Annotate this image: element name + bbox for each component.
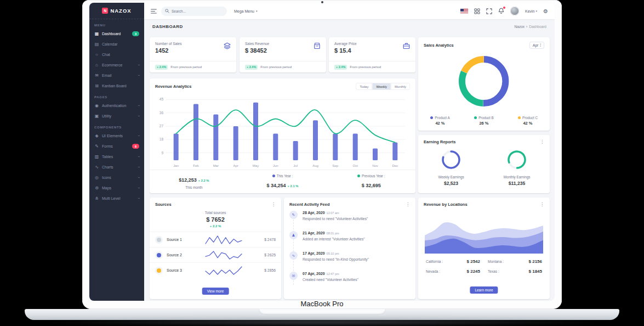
maps-icon: ⊚ xyxy=(94,186,99,190)
stat-delta-badge: + 2.4% xyxy=(334,65,347,70)
email-icon: ✉ xyxy=(94,73,99,78)
kebab-menu-icon[interactable]: ⋮ xyxy=(406,203,410,207)
notification-dot xyxy=(503,7,505,9)
card-title: Revenue Analytics xyxy=(155,84,191,89)
stat-label: Sales Revenue xyxy=(245,42,321,46)
search-placeholder: Search... xyxy=(172,9,186,13)
svg-text:Dec: Dec xyxy=(392,164,398,167)
kebab-menu-icon[interactable]: ⋮ xyxy=(540,140,544,144)
tab-weekly[interactable]: Weekly xyxy=(372,83,391,90)
macbook-mockup: N NAZOX MENU ▦ Dashboard 3 ▤ Calendar ○ … xyxy=(0,0,644,326)
sidebar-item-chat[interactable]: ○ Chat xyxy=(89,49,144,60)
card-title: Sales Analytics xyxy=(424,43,454,48)
apps-grid-icon[interactable] xyxy=(474,8,480,14)
stat-delta-badge: + 2.4% xyxy=(245,65,258,70)
earning-label: Monthly Earnings xyxy=(504,175,531,179)
this-year-label: This Year : xyxy=(277,174,293,178)
activity-timeline: ✎ 28 Apr, 202012:07 am Responded to need… xyxy=(284,209,415,284)
source-1-icon xyxy=(155,236,163,244)
activity-date: 28 Apr, 2020 xyxy=(303,211,325,215)
tab-today[interactable]: Today xyxy=(356,83,372,90)
sidebar-item-authentication[interactable]: ◉ Authentication › xyxy=(89,100,144,111)
sidebar-item-label: Ecommerce xyxy=(102,63,122,67)
svg-text:Sep: Sep xyxy=(332,164,338,167)
mega-menu-button[interactable]: Mega Menu ▾ xyxy=(234,9,257,13)
sidebar-item-label: Email xyxy=(102,74,112,77)
sidebar-item-forms[interactable]: ✎ Forms 8 xyxy=(89,141,144,151)
source-1-sparkline xyxy=(189,234,258,245)
sidebar-item-maps[interactable]: ⊚ Maps › xyxy=(89,183,144,193)
forms-badge: 8 xyxy=(132,144,139,149)
language-flag-icon[interactable] xyxy=(460,9,468,14)
notifications-bell-icon[interactable] xyxy=(498,8,504,14)
sidebar-item-label: UI Elements xyxy=(102,134,123,138)
this-year-value: $ 34,254 xyxy=(267,183,286,188)
sidebar-item-label: Forms xyxy=(102,144,113,148)
avatar[interactable] xyxy=(510,7,519,15)
user-menu[interactable]: Kevin ▾ xyxy=(525,9,537,13)
location-label: Texas : xyxy=(488,269,499,273)
sources-total: Total sources $ 7652 + 2.2 % xyxy=(150,209,281,228)
source-row[interactable]: Source 3 $ 2856 xyxy=(150,262,281,278)
sidebar-item-calendar[interactable]: ▤ Calendar xyxy=(89,39,144,49)
sidebar-item-multi-level[interactable]: ⋔ Multi Level › xyxy=(89,193,144,204)
breadcrumb-root[interactable]: Nazox xyxy=(515,25,525,29)
sidebar-item-utility[interactable]: ▣ Utility › xyxy=(89,111,144,121)
sidebar-item-kanban-board[interactable]: ⊞ Kanban Board xyxy=(89,81,144,91)
svg-text:Apr: Apr xyxy=(233,164,238,167)
source-row[interactable]: Source 1 $ 2478 xyxy=(150,232,281,247)
revenue-analytics-card: Revenue Analytics Today Weekly Monthly 9… xyxy=(150,78,415,193)
ecommerce-icon: ⌂ xyxy=(94,63,99,68)
stat-value: $ 15.4 xyxy=(334,47,410,54)
sidebar-item-ecommerce[interactable]: ⌂ Ecommerce › xyxy=(89,60,144,70)
chevron-down-icon: ▾ xyxy=(256,9,258,13)
legend-dot xyxy=(474,116,477,119)
svg-text:Mar: Mar xyxy=(213,164,219,167)
sidebar-item-email[interactable]: ✉ Email › xyxy=(89,70,144,81)
ui-elements-icon: ◈ xyxy=(94,133,99,138)
svg-text:Aug: Aug xyxy=(312,164,318,167)
activity-time: 05:10 pm xyxy=(327,252,339,255)
svg-text:Nov: Nov xyxy=(372,164,378,167)
chat-icon: ○ xyxy=(94,52,99,57)
view-more-button[interactable]: View more xyxy=(202,288,229,295)
legend-value: 42 % xyxy=(418,121,462,126)
legend-dot xyxy=(430,116,433,119)
sidebar-item-charts[interactable]: ∿ Charts › xyxy=(89,162,144,172)
earning-value: $11,235 xyxy=(509,181,525,186)
sidebar-item-dashboard[interactable]: ▦ Dashboard 3 xyxy=(89,29,144,39)
sources-card: Sources ⋮ Total sources $ 7652 + 2.2 % S… xyxy=(150,198,281,299)
menu-toggle-icon[interactable] xyxy=(151,9,157,14)
source-2-sparkline xyxy=(189,250,258,261)
fullscreen-icon[interactable] xyxy=(486,8,492,14)
nazox-logo[interactable]: N NAZOX xyxy=(89,3,144,19)
period-select[interactable]: Apr ▴▾ xyxy=(529,42,544,49)
chevron-down-icon: › xyxy=(136,187,140,188)
activity-time: 08:01 pm xyxy=(327,232,339,235)
card-title: Earning Reports xyxy=(424,139,455,144)
gear-icon[interactable]: ⚙ xyxy=(543,8,548,14)
activity-text: Created need "Volunteer Activities" xyxy=(303,278,410,282)
learn-more-button[interactable]: Learn more xyxy=(470,286,498,294)
month-value: $12,253 xyxy=(179,177,197,183)
total-sources-label: Total sources xyxy=(150,211,281,215)
chevron-down-icon: › xyxy=(136,115,140,116)
location-value: $ 1845 xyxy=(529,269,542,274)
sidebar-item-label: Maps xyxy=(102,186,111,190)
this-year-delta: + 2.1 % xyxy=(288,184,299,188)
sidebar-item-label: Utility xyxy=(102,114,111,118)
donut-legend: Product A 42 % Product B 26 % Product C … xyxy=(418,116,550,126)
tab-monthly[interactable]: Monthly xyxy=(391,83,410,90)
search-input[interactable]: Search... xyxy=(161,7,227,16)
calendar-icon: ▤ xyxy=(94,42,99,47)
kebab-menu-icon[interactable]: ⋮ xyxy=(271,203,276,207)
page-header: DASHBOARD Nazox › Dashboard xyxy=(144,19,555,34)
location-value: $ 2245 xyxy=(467,269,480,274)
sidebar-item-icons[interactable]: ◎ Icons › xyxy=(89,172,144,183)
layers-icon xyxy=(224,42,231,52)
sidebar-item-ui-elements[interactable]: ◈ UI Elements › xyxy=(89,131,144,141)
sidebar-item-tables[interactable]: ▥ Tables › xyxy=(89,151,144,162)
source-row[interactable]: Source 2 $ 2625 xyxy=(150,247,281,262)
locations-stats: California :$ 2542 Montana :$ 2156 Nevad… xyxy=(426,259,542,274)
kebab-menu-icon[interactable]: ⋮ xyxy=(540,203,544,207)
